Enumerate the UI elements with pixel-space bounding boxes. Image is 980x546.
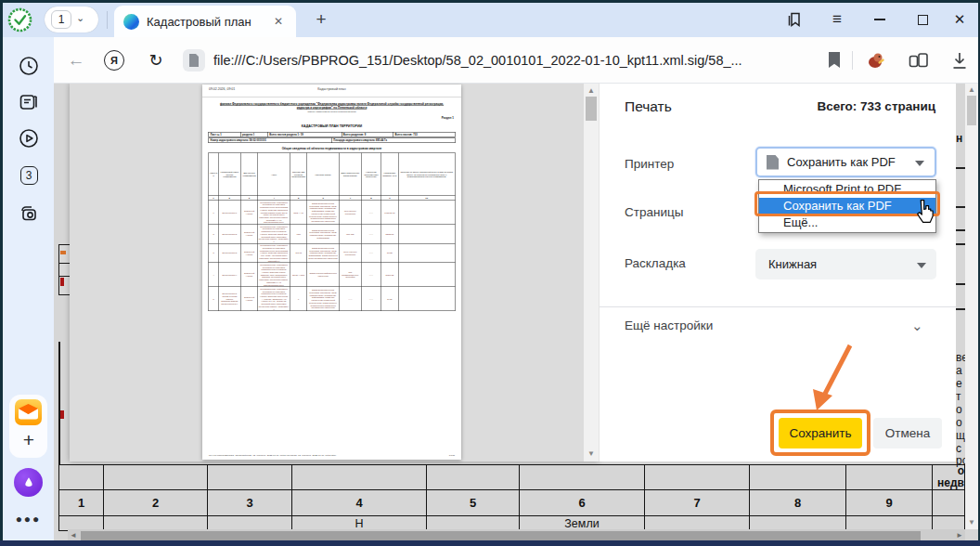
bg-table: онедв 123456789 Н Земли bbox=[58, 464, 965, 531]
reload-icon[interactable]: ↻ bbox=[144, 48, 168, 72]
bg-text-fragment bbox=[60, 278, 64, 286]
preview-table-caption: Общие сведения об объектах недвижимости … bbox=[202, 147, 461, 150]
mail-icon[interactable] bbox=[15, 399, 42, 425]
feed-icon[interactable] bbox=[17, 90, 41, 114]
sidebar-add-icon[interactable]: + bbox=[17, 428, 41, 452]
print-preview-area: 09.02.2026, 09:01 Кадастровый план филиа… bbox=[70, 84, 599, 462]
tab-kadastroviy-plan[interactable]: Кадастровый план ✕ bbox=[114, 6, 296, 37]
tab-close-icon[interactable]: ✕ bbox=[270, 13, 287, 30]
bg-text-fragment bbox=[60, 410, 64, 419]
window-bottom-edge bbox=[0, 540, 980, 546]
preview-meta-row: Лист № 1раздела 1Всего листов раздела 1:… bbox=[209, 132, 456, 136]
save-button[interactable]: Сохранить bbox=[779, 418, 862, 448]
tabs-count-icon[interactable]: 3 bbox=[17, 163, 41, 188]
tab-title: Кадастровый план bbox=[147, 15, 263, 29]
layout-select[interactable]: Книжная bbox=[755, 249, 936, 280]
page-content: онедв 123456789 Н Земли нвеаетоощсро ▲ ▼ bbox=[54, 84, 978, 540]
printer-options-list: Microsoft Print to PDFСохранить как PDFЕ… bbox=[758, 179, 936, 233]
scroll-up-icon[interactable]: ▲ bbox=[965, 84, 978, 96]
extension-icon[interactable] bbox=[863, 48, 889, 72]
preview-data-table: Номер п/пКадастровый номер объекта недви… bbox=[209, 152, 456, 311]
side-panel-icon[interactable] bbox=[782, 8, 806, 31]
vertical-scrollbar[interactable]: ▲ ▼ bbox=[965, 84, 978, 529]
pbprog-logo-icon bbox=[7, 7, 32, 32]
tab-separator bbox=[107, 11, 108, 29]
chevron-down-icon[interactable]: ⌄ bbox=[76, 13, 84, 23]
more-settings[interactable]: Ещё настройки bbox=[625, 318, 713, 332]
pdf-doc-icon bbox=[767, 155, 779, 170]
bg-table-row: онедв bbox=[59, 465, 965, 490]
download-icon[interactable] bbox=[947, 48, 973, 72]
edge-favicon-icon bbox=[123, 14, 139, 30]
bg-text-fragment bbox=[60, 251, 66, 254]
toolbar-separator bbox=[852, 51, 853, 70]
scroll-right-icon[interactable]: ► bbox=[956, 529, 963, 540]
dialog-divider bbox=[600, 306, 956, 307]
video-icon[interactable] bbox=[17, 126, 41, 150]
printer-value: Сохранить как PDF bbox=[787, 155, 896, 169]
maximize-button[interactable] bbox=[910, 8, 935, 31]
address-toolbar: ← Я ↻ file:///C:/Users/PBPROG_151/Deskto… bbox=[54, 37, 978, 84]
printer-option-0[interactable]: Microsoft Print to PDF bbox=[759, 181, 935, 198]
horizontal-scrollbar[interactable]: ◄ ► bbox=[68, 529, 965, 540]
layout-label: Раскладка bbox=[625, 256, 686, 270]
preview-org-name: филиал Федерального государственного бюд… bbox=[214, 102, 449, 110]
preview-section: Раздел 1 bbox=[202, 116, 454, 119]
preview-footer-url: file:///C:/Users/PBPROG_151/Desktop/58_0… bbox=[209, 453, 336, 456]
preview-scrollbar[interactable]: ▲ ▼ bbox=[584, 84, 599, 462]
scrollbar-thumb[interactable] bbox=[967, 96, 976, 125]
bg-table-numbers-row: 123456789 bbox=[59, 490, 965, 516]
sidebar: 3 + ●●● bbox=[3, 37, 54, 540]
cancel-button[interactable]: Отмена bbox=[873, 418, 942, 448]
layout-value: Книжная bbox=[768, 257, 817, 271]
page-icon[interactable] bbox=[182, 48, 206, 72]
history-icon[interactable] bbox=[17, 54, 41, 78]
bg-right-fragments: нвеаетоощсро bbox=[956, 84, 965, 529]
chevron-down-icon[interactable]: ⌄ bbox=[911, 318, 923, 334]
caret-down-icon bbox=[915, 161, 924, 166]
printer-select[interactable]: Сохранить как PDF bbox=[755, 147, 936, 177]
scroll-down-icon[interactable]: ▼ bbox=[965, 517, 978, 528]
printer-option-1[interactable]: Сохранить как PDF bbox=[759, 198, 935, 214]
preview-meta-row: Номер кадастрового квартала: 58:02:00101… bbox=[209, 138, 456, 143]
scroll-left-icon[interactable]: ◄ bbox=[70, 529, 77, 540]
annotation-arrow bbox=[794, 342, 859, 416]
tab-count-badge: 1 bbox=[51, 10, 71, 29]
tab-strip: 1 ⌄ Кадастровый план ✕ + ≡ ✕ bbox=[3, 3, 978, 37]
scrollbar-thumb[interactable] bbox=[81, 531, 921, 540]
minimize-button[interactable] bbox=[868, 8, 892, 31]
preview-footer-page: 1/733 bbox=[449, 453, 455, 456]
collections-icon[interactable] bbox=[906, 48, 932, 72]
pages-label: Страницы bbox=[625, 205, 683, 219]
scrollbar-thumb[interactable] bbox=[586, 97, 597, 121]
preview-doc-title: Кадастровый план bbox=[209, 87, 455, 91]
new-tab-button[interactable]: + bbox=[309, 7, 333, 32]
yandex-icon[interactable]: Я bbox=[102, 48, 126, 72]
caret-down-icon bbox=[917, 263, 926, 268]
bookmark-icon[interactable] bbox=[822, 48, 846, 72]
scroll-down-icon[interactable]: ▼ bbox=[584, 448, 599, 460]
total-pages: Всего: 733 страниц bbox=[817, 99, 935, 113]
more-options-icon[interactable]: ●●● bbox=[3, 513, 54, 526]
menu-icon[interactable]: ≡ bbox=[825, 8, 849, 31]
print-dialog: Печать Всего: 733 страниц Принтер Сохран… bbox=[599, 84, 956, 462]
preview-plan-title: КАДАСТРОВЫЙ ПЛАН ТЕРРИТОРИИ bbox=[202, 124, 461, 128]
url-field[interactable]: file:///C:/Users/PBPROG_151/Desktop/58_0… bbox=[213, 37, 807, 84]
browser-window: 1 ⌄ Кадастровый план ✕ + ≡ ✕ ← Я ↻ bbox=[0, 0, 980, 546]
alice-icon[interactable] bbox=[14, 468, 43, 497]
window-close-button[interactable]: ✕ bbox=[948, 8, 972, 31]
printer-label: Принтер bbox=[625, 157, 674, 171]
preview-page: 09.02.2026, 09:01 Кадастровый план филиа… bbox=[202, 84, 461, 460]
preview-org-sub: (полное наименование органа регистрации … bbox=[202, 110, 461, 113]
bg-table-border bbox=[58, 342, 60, 464]
screenshot-icon[interactable] bbox=[17, 201, 41, 225]
dialog-title: Печать bbox=[625, 98, 672, 115]
printer-option-2[interactable]: Ещё... bbox=[759, 214, 935, 231]
back-icon[interactable]: ← bbox=[63, 48, 89, 72]
scroll-up-icon[interactable]: ▲ bbox=[584, 85, 599, 97]
tab-counter[interactable]: 1 ⌄ bbox=[45, 6, 98, 32]
